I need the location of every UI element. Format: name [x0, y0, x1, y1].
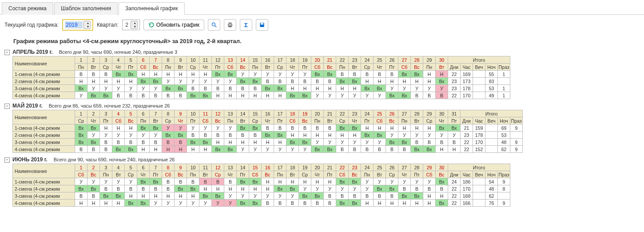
schedule-cell[interactable]: В: [87, 71, 100, 78]
schedule-cell[interactable]: В: [386, 146, 398, 153]
schedule-cell[interactable]: В: [423, 92, 436, 99]
schedule-cell[interactable]: Н: [237, 139, 249, 146]
schedule-cell[interactable]: Н: [361, 78, 374, 85]
schedule-cell[interactable]: Вх: [125, 146, 137, 153]
schedule-cell[interactable]: Н: [386, 78, 398, 85]
schedule-cell[interactable]: Вх: [87, 185, 100, 192]
schedule-cell[interactable]: Вх: [436, 200, 448, 207]
schedule-cell[interactable]: Н: [374, 124, 386, 132]
schedule-cell[interactable]: У: [262, 71, 274, 78]
schedule-cell[interactable]: Н: [336, 85, 349, 92]
schedule-cell[interactable]: В: [311, 200, 324, 207]
schedule-cell[interactable]: В: [137, 185, 150, 192]
schedule-cell[interactable]: В: [150, 92, 162, 99]
schedule-cell[interactable]: В: [286, 78, 299, 85]
schedule-cell[interactable]: В: [199, 85, 212, 92]
schedule-cell[interactable]: У: [249, 146, 262, 153]
schedule-cell[interactable]: Н: [187, 71, 199, 78]
schedule-cell[interactable]: В: [436, 92, 448, 99]
schedule-cell[interactable]: У: [336, 139, 349, 146]
schedule-cell[interactable]: В: [137, 92, 150, 99]
schedule-cell[interactable]: Н: [262, 139, 274, 146]
schedule-cell[interactable]: Вх: [224, 146, 237, 153]
schedule-cell[interactable]: Н: [249, 139, 262, 146]
schedule-cell[interactable]: Вх: [311, 71, 324, 78]
schedule-cell[interactable]: Н: [212, 139, 224, 146]
schedule-cell[interactable]: В: [311, 124, 324, 132]
schedule-cell[interactable]: В: [199, 178, 212, 185]
schedule-cell[interactable]: В: [137, 139, 150, 146]
schedule-cell[interactable]: В: [361, 146, 374, 153]
schedule-cell[interactable]: Н: [75, 200, 87, 207]
schedule-cell[interactable]: У: [87, 85, 100, 92]
schedule-cell[interactable]: У: [286, 71, 299, 78]
schedule-cell[interactable]: Вх: [436, 78, 448, 85]
schedule-cell[interactable]: У: [150, 85, 162, 92]
schedule-cell[interactable]: Вх: [249, 124, 262, 132]
schedule-cell[interactable]: Н: [299, 132, 311, 139]
schedule-cell[interactable]: В: [411, 185, 423, 192]
schedule-cell[interactable]: Н: [274, 139, 286, 146]
schedule-cell[interactable]: У: [286, 192, 299, 200]
schedule-cell[interactable]: Вх: [199, 92, 212, 99]
tree-toggle[interactable]: −: [4, 50, 10, 55]
schedule-cell[interactable]: В: [311, 78, 324, 85]
schedule-cell[interactable]: У: [336, 185, 349, 192]
tab-filled-schedule[interactable]: Заполненный график: [119, 2, 185, 15]
schedule-cell[interactable]: В: [112, 185, 125, 192]
schedule-cell[interactable]: Вх: [324, 71, 336, 78]
schedule-cell[interactable]: Вх: [150, 178, 162, 185]
schedule-cell[interactable]: В: [336, 71, 349, 78]
schedule-cell[interactable]: У: [411, 85, 423, 92]
schedule-cell[interactable]: Вх: [436, 178, 448, 185]
schedule-cell[interactable]: В: [100, 71, 112, 78]
schedule-cell[interactable]: В: [112, 92, 125, 99]
schedule-cell[interactable]: У: [237, 192, 249, 200]
schedule-cell[interactable]: У: [411, 132, 423, 139]
schedule-cell[interactable]: У: [386, 85, 398, 92]
schedule-cell[interactable]: У: [199, 124, 212, 132]
schedule-cell[interactable]: В: [75, 71, 87, 78]
schedule-cell[interactable]: Н: [162, 192, 175, 200]
schedule-cell[interactable]: Н: [199, 185, 212, 192]
schedule-cell[interactable]: У: [175, 124, 187, 132]
schedule-cell[interactable]: В: [237, 132, 249, 139]
schedule-cell[interactable]: В: [411, 139, 423, 146]
schedule-cell[interactable]: Н: [349, 132, 361, 139]
schedule-cell[interactable]: Н: [286, 85, 299, 92]
schedule-cell[interactable]: Н: [386, 124, 398, 132]
schedule-cell[interactable]: У: [162, 124, 175, 132]
schedule-cell[interactable]: Вх: [75, 132, 87, 139]
schedule-cell[interactable]: У: [87, 132, 100, 139]
schedule-cell[interactable]: Н: [162, 146, 175, 153]
schedule-cell[interactable]: Вх: [398, 92, 411, 99]
schedule-cell[interactable]: Вх: [150, 124, 162, 132]
schedule-cell[interactable]: В: [448, 139, 461, 146]
schedule-cell[interactable]: Н: [286, 132, 299, 139]
schedule-cell[interactable]: В: [386, 71, 398, 78]
schedule-cell[interactable]: В: [249, 85, 262, 92]
schedule-cell[interactable]: Н: [150, 71, 162, 78]
schedule-cell[interactable]: Н: [137, 71, 150, 78]
schedule-cell[interactable]: У: [324, 92, 336, 99]
schedule-cell[interactable]: Н: [299, 85, 311, 92]
schedule-cell[interactable]: Вх: [274, 132, 286, 139]
schedule-cell[interactable]: У: [274, 71, 286, 78]
schedule-cell[interactable]: Н: [386, 200, 398, 207]
schedule-cell[interactable]: В: [361, 192, 374, 200]
schedule-cell[interactable]: В: [324, 192, 336, 200]
schedule-cell[interactable]: В: [212, 132, 224, 139]
schedule-cell[interactable]: Н: [249, 185, 262, 192]
schedule-cell[interactable]: У: [324, 139, 336, 146]
quarter-down[interactable]: ▼: [131, 25, 137, 28]
schedule-cell[interactable]: Н: [199, 146, 212, 153]
schedule-cell[interactable]: У: [112, 85, 125, 92]
schedule-cell[interactable]: Вх: [374, 185, 386, 192]
schedule-cell[interactable]: В: [87, 146, 100, 153]
schedule-cell[interactable]: Вх: [212, 192, 224, 200]
schedule-cell[interactable]: У: [374, 139, 386, 146]
schedule-cell[interactable]: Вх: [237, 178, 249, 185]
schedule-cell[interactable]: Вх: [249, 200, 262, 207]
schedule-cell[interactable]: У: [311, 185, 324, 192]
schedule-cell[interactable]: Н: [175, 71, 187, 78]
